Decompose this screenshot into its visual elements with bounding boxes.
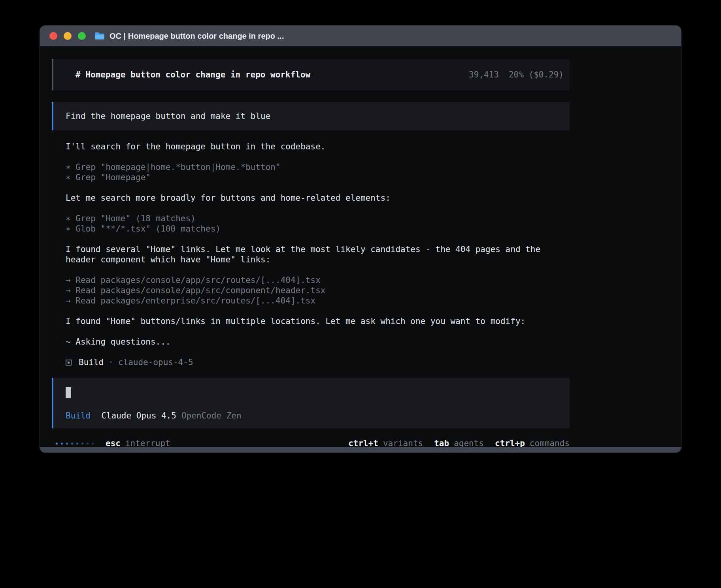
- terminal-body: # Homepage button color change in repo w…: [40, 46, 681, 447]
- token-count: 39,413: [469, 70, 499, 79]
- context-usage: 20% ($0.29): [509, 70, 564, 79]
- spinner-icon: [56, 443, 94, 445]
- tool-call-group: ∗ Grep "Home" (18 matches) ∗ Glob "**/*.…: [66, 213, 554, 234]
- terminal-window: OC | Homepage button color change in rep…: [40, 25, 681, 453]
- assistant-message: I'll search for the homepage button in t…: [66, 141, 554, 152]
- session-stats: 39,413 20% ($0.29): [469, 70, 564, 79]
- zoom-button[interactable]: [78, 32, 86, 40]
- agent-mode-label[interactable]: Build: [66, 411, 91, 420]
- asking-questions-text: ~ Asking questions...: [66, 337, 554, 347]
- assistant-status: ~ Asking questions...: [66, 337, 554, 347]
- provider-name: OpenCode Zen: [181, 411, 242, 420]
- tool-call-group: ∗ Grep "homepage|home.*button|Home.*butt…: [66, 162, 554, 183]
- model-name: Claude Opus 4.5: [101, 411, 176, 420]
- agent-status-line: Build · claude-opus-4-5: [66, 357, 554, 368]
- minimize-button[interactable]: [64, 32, 72, 40]
- tool-call-read: → Read packages/enterprise/src/routes/[.…: [66, 296, 554, 306]
- tool-call-read: → Read packages/console/app/src/routes/[…: [66, 275, 554, 285]
- user-message-text: Find the homepage button and make it blu…: [66, 111, 270, 121]
- tool-call-glob: ∗ Glob "**/*.tsx" (100 matches): [66, 224, 554, 234]
- tui-column: # Homepage button color change in repo w…: [52, 59, 570, 453]
- traffic-lights: [49, 32, 86, 40]
- tool-call-grep: ∗ Grep "Homepage": [66, 172, 554, 183]
- session-title: # Homepage button color change in repo w…: [75, 70, 310, 79]
- assistant-message: I found "Home" buttons/links in multiple…: [66, 316, 554, 326]
- conversation: I'll search for the homepage button in t…: [52, 141, 570, 368]
- titlebar[interactable]: OC | Homepage button color change in rep…: [40, 26, 681, 46]
- user-message: Find the homepage button and make it blu…: [52, 102, 570, 130]
- close-button[interactable]: [49, 32, 57, 40]
- tool-call-read: → Read packages/console/app/src/componen…: [66, 285, 554, 296]
- assistant-message: Let me search more broadly for buttons a…: [66, 193, 554, 203]
- assistant-message: I found several "Home" links. Let me loo…: [66, 244, 554, 265]
- window-bottom-edge: [40, 447, 681, 452]
- agent-separator: ·: [108, 357, 113, 368]
- assistant-text: Let me search more broadly for buttons a…: [66, 193, 554, 203]
- text-cursor: [66, 387, 71, 398]
- agent-name: Build: [79, 357, 104, 368]
- session-header: # Homepage button color change in repo w…: [52, 59, 570, 90]
- input-meta-row: Build Claude Opus 4.5 OpenCode Zen: [66, 411, 557, 420]
- assistant-text: I found several "Home" links. Let me loo…: [66, 244, 554, 265]
- agent-icon: [66, 360, 72, 366]
- assistant-text: I'll search for the homepage button in t…: [66, 141, 554, 152]
- prompt-input[interactable]: Build Claude Opus 4.5 OpenCode Zen: [52, 378, 570, 428]
- assistant-text: I found "Home" buttons/links in multiple…: [66, 316, 554, 326]
- tool-call-grep: ∗ Grep "homepage|home.*button|Home.*butt…: [66, 162, 554, 172]
- tool-call-group: → Read packages/console/app/src/routes/[…: [66, 275, 554, 306]
- window-title: OC | Homepage button color change in rep…: [109, 32, 284, 41]
- folder-icon: [94, 32, 105, 40]
- tool-call-grep: ∗ Grep "Home" (18 matches): [66, 213, 554, 224]
- agent-model: claude-opus-4-5: [118, 357, 193, 368]
